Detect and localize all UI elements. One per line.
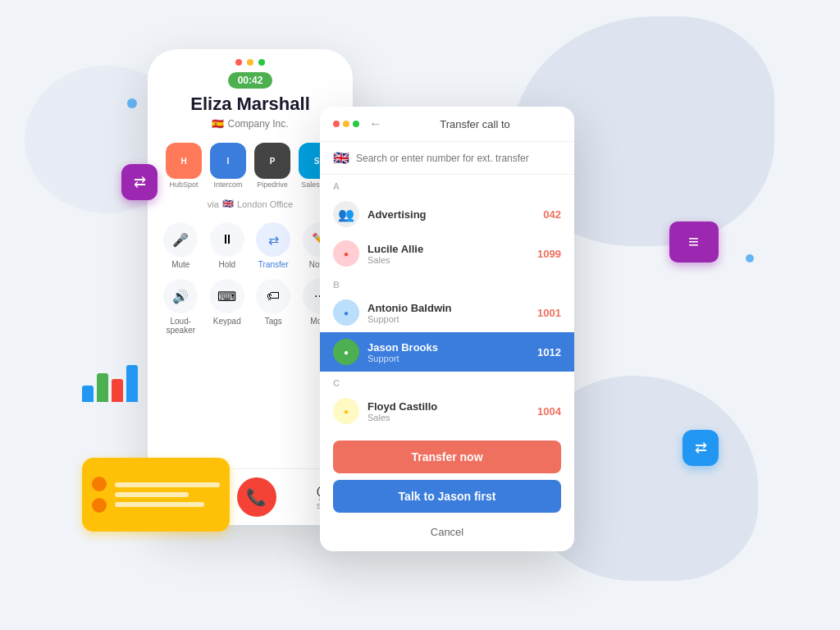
tags-icon: 🏷 <box>256 279 290 313</box>
integration-intercom[interactable]: I Intercom <box>210 143 246 189</box>
mute-label: Mute <box>171 260 189 269</box>
transfer-actions: Transfer now Talk to Jason first Cancel <box>320 431 574 551</box>
intercom-icon: I <box>210 143 246 179</box>
decorative-dot-1 <box>127 98 137 108</box>
lucile-info: Lucile Allie Sales <box>368 243 529 265</box>
mute-action[interactable]: 🎤 Mute <box>161 222 201 269</box>
float-blue-transfer-icon[interactable]: ⇄ <box>682 430 719 466</box>
transfer-label: Transfer <box>258 260 289 269</box>
mute-icon: 🎤 <box>163 222 198 257</box>
tp-back-button[interactable]: ← <box>369 116 382 131</box>
contact-floyd-castillo[interactable]: ● Floyd Castillo Sales 1004 <box>320 391 574 431</box>
tp-window-dots <box>333 121 359 127</box>
section-c-label: C <box>320 372 574 391</box>
end-call-button[interactable]: 📞 <box>237 477 276 517</box>
section-a-label: A <box>320 175 574 194</box>
caller-flag: 🇪🇸 <box>212 118 224 130</box>
loudspeaker-action[interactable]: 🔊 Loud-speaker <box>161 279 201 335</box>
yellow-line-1 <box>115 482 220 487</box>
float-yellow-card <box>82 458 230 532</box>
end-call-icon: 📞 <box>246 487 267 507</box>
floyd-name: Floyd Castillo <box>368 400 529 413</box>
chart-bar-3 <box>112 379 123 402</box>
advertising-ext: 042 <box>543 208 561 221</box>
float-chart-widget <box>82 361 138 402</box>
antonio-name: Antonio Baldwin <box>368 302 529 314</box>
contact-antonio-baldwin[interactable]: ● Antonio Baldwin Support 1001 <box>320 293 574 332</box>
hubspot-icon: H <box>166 143 202 179</box>
antonio-dept: Support <box>368 314 529 324</box>
transfer-panel: ← Transfer call to 🇬🇧 A 👥 Advertising 04… <box>320 107 574 551</box>
jason-dept: Support <box>368 354 529 363</box>
hold-label: Hold <box>218 260 235 269</box>
chart-bar-1 <box>82 386 94 402</box>
advertising-name: Advertising <box>368 208 535 221</box>
advertising-avatar: 👥 <box>333 201 359 227</box>
pipedrive-label: Pipedrive <box>257 180 288 189</box>
lucile-dept: Sales <box>368 255 529 265</box>
jason-name: Jason Brooks <box>368 341 529 354</box>
search-flag: 🇬🇧 <box>333 150 349 166</box>
call-timer-section: 00:42 <box>148 72 353 89</box>
chart-bar-4 <box>126 365 138 402</box>
tp-search-bar: 🇬🇧 <box>320 142 574 175</box>
antonio-avatar: ● <box>333 299 359 326</box>
chat-lines-icon: ≡ <box>688 231 700 253</box>
jason-ext: 1012 <box>537 346 561 358</box>
lucile-ext: 1099 <box>537 248 561 260</box>
contact-lucile-allie[interactable]: ● Lucile Allie Sales 1099 <box>320 234 574 273</box>
talk-first-button[interactable]: Talk to Jason first <box>333 480 561 513</box>
floyd-info: Floyd Castillo Sales <box>368 400 529 422</box>
yellow-lines <box>115 482 220 507</box>
jason-info: Jason Brooks Support <box>368 341 529 363</box>
keypad-icon: ⌨ <box>210 279 244 313</box>
keypad-label: Keypad <box>213 317 241 326</box>
floyd-ext: 1004 <box>537 405 561 418</box>
transfer-icon: ⇄ <box>134 173 146 191</box>
tp-dot-red <box>333 121 340 127</box>
decorative-dot-2 <box>746 254 754 262</box>
advertising-group[interactable]: 👥 Advertising 042 <box>320 194 574 234</box>
antonio-ext: 1001 <box>537 307 561 319</box>
transfer-action[interactable]: ⇄ Transfer <box>253 222 294 269</box>
timer-badge: 00:42 <box>228 72 273 89</box>
pipedrive-icon: P <box>254 143 290 179</box>
loudspeaker-icon: 🔊 <box>163 279 198 313</box>
float-chat-icon[interactable]: ≡ <box>669 221 719 262</box>
yellow-dot-2 <box>92 498 107 513</box>
hubspot-label: HubSpot <box>169 180 198 189</box>
antonio-info: Antonio Baldwin Support <box>368 302 529 324</box>
transfer-search-input[interactable] <box>356 153 561 164</box>
tp-title: Transfer call to <box>389 118 561 130</box>
transfer-now-button[interactable]: Transfer now <box>333 441 561 473</box>
keypad-action[interactable]: ⌨ Keypad <box>208 279 248 335</box>
tp-dot-yellow <box>343 121 349 127</box>
transfer-action-icon: ⇄ <box>256 222 290 257</box>
yellow-dot-1 <box>92 477 107 491</box>
float-transfer-icon[interactable]: ⇄ <box>121 164 158 200</box>
transfer-icon-2: ⇄ <box>695 439 707 457</box>
tags-label: Tags <box>265 317 282 326</box>
cancel-button[interactable]: Cancel <box>333 519 561 545</box>
phone-dot-red <box>235 59 242 66</box>
hold-action[interactable]: ⏸ Hold <box>208 222 248 269</box>
contact-jason-brooks[interactable]: ● Jason Brooks Support 1012 <box>320 332 574 372</box>
chart-bar-2 <box>97 373 108 402</box>
integration-hubspot[interactable]: H HubSpot <box>166 143 202 189</box>
yellow-dots <box>92 477 107 513</box>
lucile-avatar: ● <box>333 240 359 267</box>
hold-icon: ⏸ <box>210 222 244 257</box>
tp-dot-green <box>353 121 359 127</box>
intercom-label: Intercom <box>213 180 242 189</box>
section-b-label: B <box>320 273 574 293</box>
phone-top-bar <box>148 49 353 72</box>
jason-avatar: ● <box>333 339 359 365</box>
transfer-panel-header: ← Transfer call to <box>320 107 574 142</box>
phone-dot-yellow <box>247 59 253 66</box>
lucile-name: Lucile Allie <box>368 243 529 255</box>
tags-action[interactable]: 🏷 Tags <box>253 279 294 335</box>
integration-pipedrive[interactable]: P Pipedrive <box>254 143 290 189</box>
phone-dot-green <box>258 59 265 66</box>
loudspeaker-label: Loud-speaker <box>161 317 201 335</box>
yellow-line-3 <box>115 502 204 507</box>
